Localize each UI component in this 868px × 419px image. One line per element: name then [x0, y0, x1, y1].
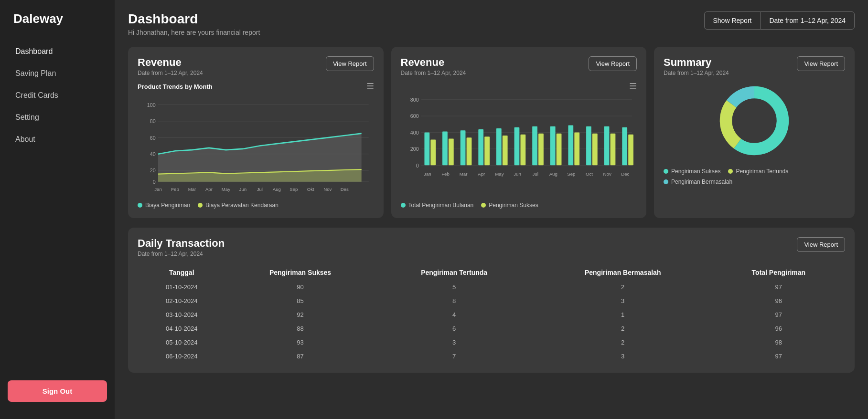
table-cell: 96 — [712, 322, 845, 335]
legend-label-pengiriman-sukses-2: Pengiriman Sukses — [489, 202, 538, 209]
show-report-button[interactable]: Show Report — [704, 11, 761, 30]
page-subtitle: Hi Jhonathan, here are yours financial r… — [128, 29, 260, 36]
legend-label-biaya-perawatan: Biaya Perawatan Kendaraan — [205, 202, 279, 209]
svg-rect-41 — [466, 137, 472, 165]
legend-item-pengiriman-bermasalah-donut: Pengiriman Bermasalah — [664, 178, 732, 185]
summary-card: Summary Date from 1–12 Apr, 2024 View Re… — [654, 47, 855, 218]
sidebar: Daleway Dashboard Saving Plan Credit Car… — [0, 0, 115, 419]
svg-text:600: 600 — [410, 113, 418, 119]
legend-label-bermasalah-donut: Pengiriman Bermasalah — [671, 178, 732, 185]
revenue-card-2-title: Revenue — [401, 56, 466, 69]
svg-rect-56 — [604, 126, 609, 166]
signout-button[interactable]: Sign Out — [8, 380, 107, 402]
legend-label-tertunda-donut: Pengiriman Tertunda — [736, 168, 789, 175]
donut-legend: Pengiriman Sukses Pengiriman Tertunda Pe… — [664, 168, 845, 185]
revenue-2-menu-icon[interactable]: ☰ — [629, 81, 637, 92]
daily-transaction-table: Tanggal Pengiriman Sukses Pengiriman Ter… — [138, 265, 845, 363]
sidebar-item-credit-cards[interactable]: Credit Cards — [8, 85, 107, 105]
svg-rect-45 — [502, 136, 507, 165]
svg-text:Mar: Mar — [188, 187, 196, 192]
svg-rect-59 — [628, 135, 633, 166]
legend-label-biaya-pengiriman: Biaya Pengiriman — [145, 202, 190, 209]
svg-text:Jun: Jun — [239, 187, 247, 192]
revenue-1-line-chart: 100 80 60 40 20 0 Jan Feb — [138, 94, 374, 197]
header: Dashboard Hi Jhonathan, here are yours f… — [128, 11, 855, 36]
daily-transaction-title: Daily Transaction — [138, 237, 225, 250]
table-row: 05-10-2024933298 — [138, 335, 845, 349]
date-range-button[interactable]: Date from 1–12 Apr, 2024 — [760, 11, 855, 30]
revenue-2-legend: Total Pengiriman Bulanan Pengiriman Suks… — [401, 202, 637, 209]
revenue-1-menu-icon[interactable]: ☰ — [366, 81, 374, 92]
summary-card-title: Summary — [664, 56, 729, 69]
svg-rect-53 — [574, 133, 579, 166]
table-cell: 7 — [375, 349, 534, 363]
svg-text:Des: Des — [341, 187, 349, 192]
summary-view-report-button[interactable]: View Report — [797, 56, 845, 71]
svg-text:20: 20 — [150, 168, 156, 173]
revenue-2-chart-container: ☰ 800 600 400 200 0 — [401, 81, 637, 209]
table-cell: 97 — [712, 280, 845, 294]
table-cell: 05-10-2024 — [138, 335, 225, 349]
svg-rect-36 — [424, 133, 429, 166]
table-cell: 3 — [375, 335, 534, 349]
header-right: Show Report Date from 1–12 Apr, 2024 — [704, 11, 855, 30]
svg-rect-57 — [610, 134, 615, 166]
table-cell: 87 — [225, 349, 375, 363]
table-header-row: Tanggal Pengiriman Sukses Pengiriman Ter… — [138, 265, 845, 280]
svg-text:800: 800 — [410, 97, 418, 103]
sidebar-item-saving-plan[interactable]: Saving Plan — [8, 63, 107, 84]
revenue-2-bar-chart: 800 600 400 200 0 — [401, 94, 637, 197]
revenue-1-legend: Biaya Pengiriman Biaya Perawatan Kendara… — [138, 202, 374, 209]
svg-text:100: 100 — [147, 102, 156, 108]
sidebar-logo: Daleway — [0, 11, 115, 42]
svg-rect-52 — [568, 126, 573, 166]
table-cell: 2 — [534, 280, 712, 294]
table-row: 06-10-2024877397 — [138, 349, 845, 363]
svg-text:Nov: Nov — [603, 171, 611, 177]
svg-text:Oct: Oct — [586, 171, 593, 177]
table-cell: 04-10-2024 — [138, 322, 225, 335]
daily-transaction-card: Daily Transaction Date from 1–12 Apr, 20… — [128, 228, 855, 373]
revenue-2-view-report-button[interactable]: View Report — [589, 56, 637, 71]
sidebar-item-about[interactable]: About — [8, 129, 107, 149]
svg-rect-38 — [442, 131, 448, 165]
table-row: 02-10-2024858396 — [138, 294, 845, 308]
svg-rect-55 — [592, 134, 597, 166]
revenue-1-view-report-button[interactable]: View Report — [326, 56, 374, 71]
legend-dot-biaya-pengiriman — [138, 203, 142, 208]
col-tanggal: Tanggal — [138, 265, 225, 280]
sidebar-item-setting[interactable]: Setting — [8, 107, 107, 127]
sidebar-item-dashboard[interactable]: Dashboard — [8, 42, 107, 62]
col-total-pengiriman: Total Pengiriman — [712, 265, 845, 280]
legend-dot-bermasalah-donut — [664, 179, 668, 184]
svg-rect-48 — [532, 126, 537, 166]
revenue-1-chart-label: Product Trends by Month — [138, 83, 213, 90]
table-cell: 6 — [375, 322, 534, 335]
svg-text:Apr: Apr — [205, 187, 213, 192]
revenue-card-1: Revenue Date from 1–12 Apr, 2024 View Re… — [128, 47, 384, 218]
table-cell: 03-10-2024 — [138, 308, 225, 322]
table-cell: 90 — [225, 280, 375, 294]
daily-transaction-view-report-button[interactable]: View Report — [797, 237, 845, 252]
revenue-card-1-header: Revenue Date from 1–12 Apr, 2024 View Re… — [138, 56, 374, 76]
revenue-1-chart-label-row: Product Trends by Month ☰ — [138, 81, 374, 92]
svg-text:80: 80 — [150, 118, 156, 124]
col-pengiriman-sukses: Pengiriman Sukses — [225, 265, 375, 280]
svg-rect-47 — [520, 135, 525, 166]
cards-row: Revenue Date from 1–12 Apr, 2024 View Re… — [128, 47, 855, 218]
svg-text:Feb: Feb — [441, 171, 450, 177]
daily-transaction-subtitle: Date from 1–12 Apr, 2024 — [138, 251, 225, 257]
svg-text:Sep: Sep — [567, 171, 575, 177]
svg-rect-39 — [448, 138, 453, 165]
svg-rect-50 — [550, 126, 555, 166]
table-cell: 97 — [712, 349, 845, 363]
donut-chart — [714, 80, 795, 161]
legend-item-biaya-pengiriman: Biaya Pengiriman — [138, 202, 190, 209]
svg-text:Aug: Aug — [549, 171, 557, 177]
revenue-card-1-subtitle: Date from 1–12 Apr, 2024 — [138, 70, 203, 76]
col-pengiriman-tertunda: Pengiriman Tertunda — [375, 265, 534, 280]
legend-dot-pengiriman-sukses-2 — [481, 203, 486, 208]
header-left: Dashboard Hi Jhonathan, here are yours f… — [128, 11, 260, 36]
legend-item-total-pengiriman: Total Pengiriman Bulanan — [401, 202, 474, 209]
svg-text:Jul: Jul — [532, 171, 538, 177]
